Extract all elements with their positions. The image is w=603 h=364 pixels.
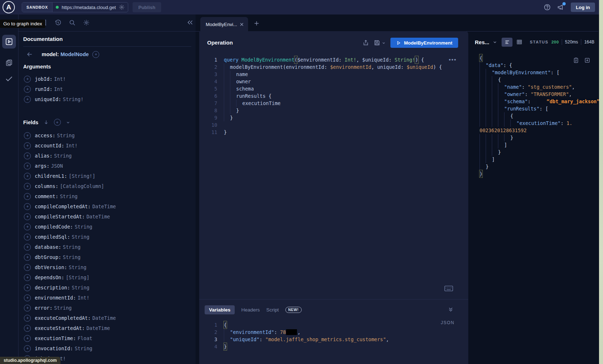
checks-nav-button[interactable] [2, 72, 16, 85]
code-line: { [480, 112, 603, 120]
code-token: : [259, 336, 265, 343]
field-name-type[interactable]: error: String [35, 305, 72, 311]
sandbox-badge[interactable]: SANDBOX [22, 3, 53, 12]
field-name-type[interactable]: access: String [35, 132, 75, 139]
code-line: "schema": “dbt_mary_jackson”, [480, 98, 603, 105]
response-title[interactable]: Res... [475, 39, 489, 45]
add-all-fields-button[interactable] [54, 119, 61, 126]
add-field-button[interactable] [24, 305, 31, 311]
share-icon[interactable] [363, 39, 369, 46]
code-token: : [389, 56, 394, 63]
field-name-type[interactable]: dependsOn: [String] [35, 274, 89, 281]
variables-editor[interactable]: 1{2"environmentId": 78,3"uniqueId": "mod… [201, 321, 389, 350]
field-name-type[interactable]: compiledSql: String [35, 234, 89, 240]
add-field-button[interactable] [24, 223, 31, 230]
add-field-button[interactable] [24, 183, 31, 190]
add-type-button[interactable] [92, 51, 99, 58]
response-dropdown-chevron-icon[interactable] [493, 40, 497, 45]
field-name-type[interactable]: environmentId: Int! [35, 294, 89, 301]
add-field-button[interactable] [24, 274, 31, 281]
close-tab-icon[interactable] [239, 22, 248, 27]
add-field-button[interactable] [24, 163, 31, 170]
add-field-button[interactable] [24, 315, 31, 322]
response-json[interactable]: {"data": {"modelByEnvironment": [{"name"… [480, 54, 603, 177]
endpoint-url-input[interactable]: https://metadata.cloud.get [62, 5, 116, 10]
field-name-type[interactable]: executeCompletedAt: DateTime [35, 315, 116, 321]
publish-button[interactable]: Publish [133, 2, 161, 12]
add-field-button[interactable] [24, 96, 31, 103]
add-field-button[interactable] [24, 325, 31, 332]
add-field-button[interactable] [24, 132, 31, 139]
add-field-button[interactable] [24, 152, 31, 159]
field-name-type[interactable]: executeStartedAt: DateTime [35, 325, 110, 331]
field-name-type[interactable]: compiledCode: String [35, 223, 92, 230]
field-row: compiledSql: String [18, 232, 196, 242]
add-field-button[interactable] [24, 203, 31, 210]
back-arrow-icon[interactable] [26, 51, 33, 58]
operation-editor[interactable]: 1query ModelByEnvironment($environmentId… [201, 56, 442, 136]
field-name-type[interactable]: accountId: Int! [35, 142, 78, 149]
history-icon[interactable] [55, 19, 62, 26]
run-operation-button[interactable]: ModelByEnvironment [390, 38, 458, 48]
add-field-button[interactable] [24, 335, 31, 342]
field-name-type[interactable]: comment: String [35, 193, 78, 200]
field-name-type[interactable]: compileCompletedAt: DateTime [35, 203, 116, 210]
field-name-type[interactable]: alias: String [35, 152, 72, 159]
sort-down-icon[interactable] [43, 120, 49, 125]
field-name-type[interactable]: jobId: Int! [35, 76, 66, 82]
collapse-panel-chevrons-icon[interactable] [448, 306, 454, 313]
field-name-type[interactable]: columns: [CatalogColumn] [35, 183, 104, 189]
top-bar: A SANDBOX https://metadata.cloud.get Pub… [0, 0, 603, 14]
settings-gear-icon[interactable] [83, 19, 90, 26]
add-field-button[interactable] [24, 345, 31, 352]
keyboard-shortcuts-icon[interactable] [444, 285, 453, 292]
apollo-logo[interactable]: A [3, 1, 15, 13]
add-field-button[interactable] [24, 294, 31, 301]
add-field-button[interactable] [24, 264, 31, 271]
code-token: 1. [566, 120, 572, 127]
add-field-button[interactable] [24, 86, 31, 93]
table-view-button[interactable] [514, 38, 525, 47]
announcements-megaphone-icon[interactable] [557, 4, 565, 11]
field-name-type[interactable]: invocationId: String [35, 345, 92, 352]
schema-diff-nav-button[interactable] [2, 56, 16, 70]
type-name[interactable]: ModelNode [60, 51, 89, 57]
add-field-button[interactable] [24, 254, 31, 261]
code-line: 3"uniqueId": "model.jaffle_shop_metrics.… [201, 336, 389, 343]
tab-script[interactable]: Script [266, 307, 279, 313]
field-name-type[interactable]: executionTime: Float [35, 335, 92, 342]
field-name-type[interactable]: runId: Int [35, 86, 63, 92]
field-name-type[interactable]: childrenL1: [String!] [35, 173, 95, 179]
field-name-type[interactable]: uniqueId: String! [35, 96, 84, 102]
new-tab-button[interactable] [254, 20, 260, 26]
search-icon[interactable] [69, 19, 76, 26]
add-field-button[interactable] [24, 284, 31, 291]
save-button-group[interactable] [374, 39, 386, 46]
field-name-type[interactable]: args: JSON [35, 163, 63, 169]
add-field-button[interactable] [24, 142, 31, 149]
field-row: dependsOn: [String] [18, 272, 196, 283]
indent-guide [230, 85, 236, 92]
add-field-button[interactable] [24, 76, 31, 83]
add-field-button[interactable] [24, 234, 31, 240]
add-field-button[interactable] [24, 244, 31, 251]
field-name-type[interactable]: database: String [35, 244, 80, 250]
fields-options-chevron-icon[interactable] [66, 120, 70, 125]
add-field-button[interactable] [24, 213, 31, 220]
explorer-nav-button[interactable] [2, 35, 16, 49]
field-name-type[interactable]: description: String [35, 284, 89, 291]
tab-variables[interactable]: Variables [205, 305, 235, 314]
tab-headers[interactable]: Headers [241, 307, 260, 313]
field-name-type[interactable]: dbtGroup: String [35, 254, 80, 260]
field-name-type[interactable]: dbtVersion: String [35, 264, 87, 271]
help-icon[interactable] [544, 4, 551, 11]
field-name-type[interactable]: compileStartedAt: DateTime [35, 213, 110, 220]
operation-tab[interactable]: ModelByEnvi... [200, 17, 248, 32]
tree-view-button[interactable] [502, 38, 512, 47]
add-field-button[interactable] [24, 193, 31, 200]
editor-options-ellipsis[interactable]: ••• [449, 57, 457, 63]
collapse-sidebar-icon[interactable] [187, 19, 194, 26]
login-button[interactable]: Log in [571, 3, 595, 12]
add-field-button[interactable] [24, 173, 31, 180]
endpoint-settings-gear-icon[interactable] [119, 4, 125, 10]
